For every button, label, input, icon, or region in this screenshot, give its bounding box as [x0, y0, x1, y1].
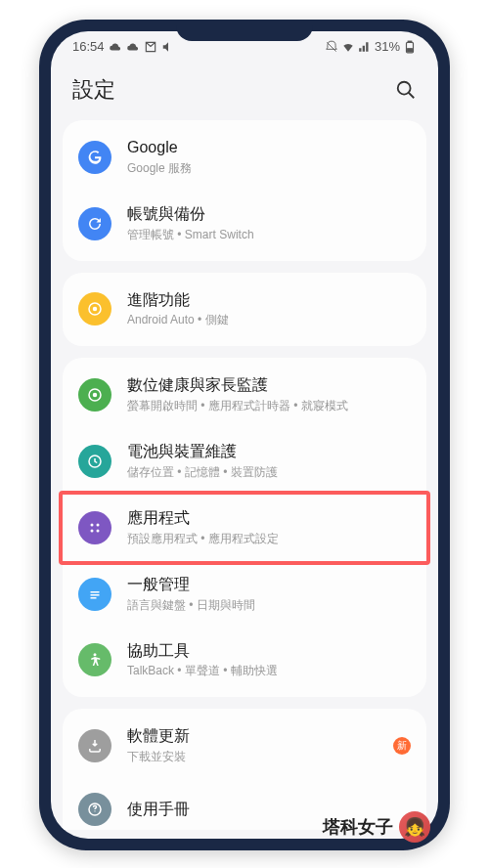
google-icon	[78, 141, 111, 174]
mute-icon	[325, 40, 338, 54]
watermark: 塔科女子 👧	[323, 811, 430, 843]
item-subtitle: 管理帳號 • Smart Switch	[127, 227, 411, 243]
status-battery: 31%	[375, 39, 400, 54]
svg-point-13	[97, 529, 100, 532]
svg-rect-14	[91, 591, 100, 593]
svg-point-3	[398, 82, 411, 95]
settings-item-accessibility[interactable]: 協助工具TalkBack • 單聲道 • 輔助快選	[63, 628, 426, 694]
item-text: 進階功能Android Auto • 側鍵	[127, 290, 411, 329]
item-title: 帳號與備份	[127, 204, 411, 225]
update-icon	[78, 729, 111, 762]
item-subtitle: 儲存位置 • 記憶體 • 裝置防護	[127, 464, 411, 481]
settings-item-backup[interactable]: 帳號與備份管理帳號 • Smart Switch	[63, 191, 426, 257]
cloud-icon	[126, 40, 140, 54]
item-text: 軟體更新下載並安裝	[127, 726, 385, 765]
phone-screen: 16:54	[51, 31, 438, 839]
settings-group: GoogleGoogle 服務帳號與備份管理帳號 • Smart Switch	[63, 120, 426, 261]
svg-rect-15	[91, 594, 100, 596]
item-text: GoogleGoogle 服務	[127, 138, 411, 177]
settings-item-apps[interactable]: 應用程式預設應用程式 • 應用程式設定	[59, 491, 430, 565]
svg-point-10	[91, 523, 94, 526]
item-title: Google	[127, 138, 411, 158]
volume-mute-icon	[161, 40, 175, 54]
apps-icon	[78, 511, 111, 544]
item-subtitle: Android Auto • 側鍵	[127, 312, 411, 328]
phone-frame: 16:54	[39, 20, 450, 850]
item-text: 電池與裝置維護儲存位置 • 記憶體 • 裝置防護	[127, 442, 411, 481]
item-text: 帳號與備份管理帳號 • Smart Switch	[127, 204, 411, 243]
item-text: 數位健康與家長監護螢幕開啟時間 • 應用程式計時器 • 就寢模式	[127, 375, 411, 414]
settings-item-google[interactable]: GoogleGoogle 服務	[63, 124, 426, 191]
phone-notch	[176, 20, 313, 41]
cloud-icon	[109, 40, 122, 54]
settings-group: 進階功能Android Auto • 側鍵	[63, 273, 426, 347]
battery-icon	[403, 40, 417, 54]
svg-rect-16	[91, 597, 97, 599]
svg-rect-2	[408, 48, 413, 51]
signal-icon	[358, 40, 372, 54]
item-title: 軟體更新	[127, 726, 385, 747]
item-text: 應用程式預設應用程式 • 應用程式設定	[127, 508, 411, 547]
item-title: 電池與裝置維護	[127, 442, 411, 462]
item-subtitle: 語言與鍵盤 • 日期與時間	[127, 597, 411, 614]
item-title: 應用程式	[127, 508, 411, 529]
general-icon	[78, 578, 111, 611]
item-subtitle: TalkBack • 單聲道 • 輔助快選	[127, 663, 411, 679]
watermark-avatar-icon: 👧	[399, 811, 430, 843]
item-text: 一般管理語言與鍵盤 • 日期與時間	[127, 575, 411, 614]
header: 設定	[51, 58, 438, 120]
settings-item-battery[interactable]: 電池與裝置維護儲存位置 • 記憶體 • 裝置防護	[63, 428, 426, 495]
manual-icon	[78, 793, 111, 826]
svg-point-12	[91, 529, 94, 532]
settings-item-update[interactable]: 軟體更新下載並安裝新	[63, 713, 426, 779]
svg-point-5	[93, 307, 98, 312]
svg-rect-1	[408, 41, 412, 42]
item-title: 一般管理	[127, 575, 411, 595]
wellbeing-icon	[78, 378, 111, 412]
accessibility-icon	[78, 643, 111, 676]
item-subtitle: 螢幕開啟時間 • 應用程式計時器 • 就寢模式	[127, 398, 411, 414]
item-title: 數位健康與家長監護	[127, 375, 411, 396]
settings-item-general[interactable]: 一般管理語言與鍵盤 • 日期與時間	[63, 561, 426, 628]
watermark-text: 塔科女子	[323, 815, 393, 839]
item-title: 進階功能	[127, 290, 411, 311]
svg-point-17	[94, 654, 97, 657]
mail-icon	[144, 40, 157, 54]
status-time: 16:54	[72, 39, 105, 54]
item-subtitle: 預設應用程式 • 應用程式設定	[127, 531, 411, 547]
settings-item-advanced[interactable]: 進階功能Android Auto • 側鍵	[63, 277, 426, 343]
wifi-icon	[341, 40, 355, 54]
svg-point-8	[93, 393, 98, 398]
new-badge: 新	[393, 737, 411, 755]
settings-item-wellbeing[interactable]: 數位健康與家長監護螢幕開啟時間 • 應用程式計時器 • 就寢模式	[63, 362, 426, 428]
search-icon[interactable]	[395, 79, 417, 101]
item-title: 協助工具	[127, 641, 411, 662]
settings-list[interactable]: GoogleGoogle 服務帳號與備份管理帳號 • Smart Switch進…	[51, 120, 438, 830]
svg-line-4	[409, 93, 415, 99]
advanced-icon	[78, 292, 111, 326]
item-subtitle: Google 服務	[127, 160, 411, 177]
page-title: 設定	[72, 75, 115, 105]
settings-group: 數位健康與家長監護螢幕開啟時間 • 應用程式計時器 • 就寢模式電池與裝置維護儲…	[63, 358, 426, 697]
battery-icon	[78, 445, 111, 478]
item-subtitle: 下載並安裝	[127, 749, 385, 765]
svg-point-11	[97, 523, 100, 526]
item-text: 協助工具TalkBack • 單聲道 • 輔助快選	[127, 641, 411, 680]
backup-icon	[78, 207, 111, 240]
